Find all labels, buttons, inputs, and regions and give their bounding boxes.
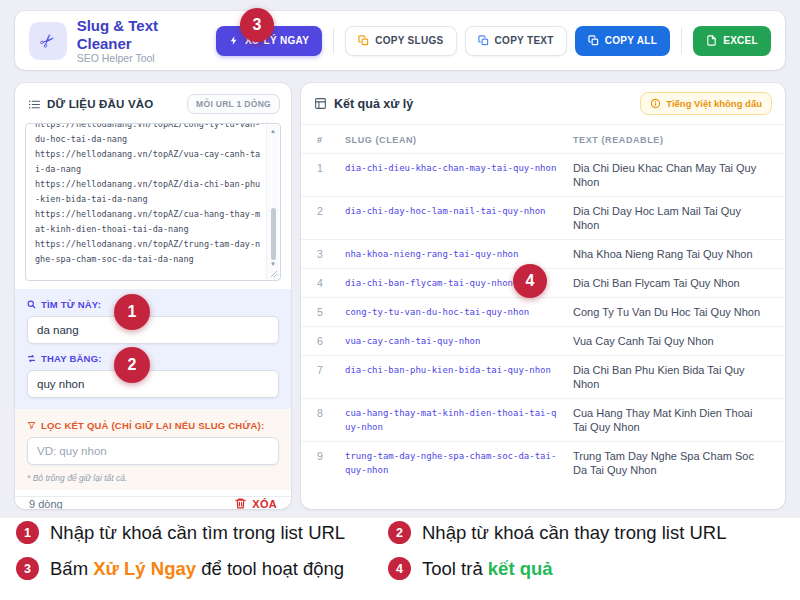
results-title-row: Kết quả xử lý: [314, 97, 413, 111]
row-count: 9 dòng: [29, 498, 63, 510]
row-slug: dia-chi-ban-phu-kien-bida-tai-quy-nhon: [345, 363, 559, 377]
filter-note: * Bỏ trống để giữ lại tất cả.: [27, 473, 279, 483]
table-row: 2dia-chi-day-hoc-lam-nail-tai-quy-nhonDi…: [301, 196, 785, 239]
header-actions: XỬ LÝ NGAY COPY SLUGS COPY TEXT COPY ALL…: [216, 26, 771, 56]
search-icon: [27, 300, 36, 309]
info-icon: [650, 98, 661, 109]
input-panel-title-row: DỮ LIỆU ĐẦU VÀO: [28, 98, 153, 111]
copy-text-button[interactable]: COPY TEXT: [465, 26, 567, 56]
replace-label: THAY BẰNG:: [41, 353, 102, 364]
column-header-slug: SLUG (CLEAN): [345, 135, 559, 145]
find-label: TÌM TỪ NÀY:: [41, 299, 101, 310]
table-row: 8cua-hang-thay-mat-kinh-dien-thoai-tai-q…: [301, 398, 785, 441]
find-label-row: TÌM TỪ NÀY:: [27, 299, 279, 310]
url-textarea[interactable]: https://hellodanang.vn/topAZ/cong-ty-tu-…: [25, 123, 281, 281]
legend-step-badge: 4: [388, 557, 411, 580]
input-panel-footer: 9 dòng XÓA: [15, 496, 291, 509]
copy-icon: [588, 35, 599, 46]
trash-icon: [234, 497, 247, 509]
row-text: Cua Hang Thay Mat Kinh Dien Thoai Tai Qu…: [573, 406, 769, 434]
copy-all-label: COPY ALL: [605, 35, 657, 46]
scroll-up-icon[interactable]: ▲: [270, 128, 276, 134]
replace-input[interactable]: [27, 370, 279, 398]
legend-step-badge: 1: [16, 521, 39, 544]
legend-highlight: kết quả: [488, 558, 553, 579]
divider: [333, 28, 334, 54]
scrollbar-thumb[interactable]: [271, 208, 276, 260]
table-row: 5cong-ty-tu-van-du-hoc-tai-quy-nhonCong …: [301, 297, 785, 326]
url-line: https://hellodanang.vn/topAZ/dia-chi-ban…: [35, 177, 261, 207]
row-number: 4: [317, 276, 345, 289]
clear-button[interactable]: XÓA: [234, 497, 277, 509]
swap-arrows-icon: [27, 354, 36, 363]
row-text: Dia Chi Ban Phu Kien Bida Tai Quy Nhon: [573, 363, 769, 391]
row-number: 8: [317, 406, 345, 419]
row-number: 5: [317, 305, 345, 318]
legend-text: Nhập từ khoá cần tìm trong list URL: [50, 522, 345, 544]
row-slug: dia-chi-dieu-khac-chan-may-tai-quy-nhon: [345, 161, 559, 175]
app-subtitle: SEO Helper Tool: [77, 52, 216, 64]
filter-funnel-icon: [27, 421, 36, 430]
table-row: 7dia-chi-ban-phu-kien-bida-tai-quy-nhonD…: [301, 355, 785, 398]
row-slug: trung-tam-day-nghe-spa-cham-soc-da-tai-q…: [345, 449, 559, 477]
step-badge-1: 1: [114, 294, 150, 330]
column-header-num: #: [317, 135, 345, 145]
clear-button-label: XÓA: [252, 498, 277, 510]
row-text: Nha Khoa Nieng Rang Tai Quy Nhon: [573, 247, 769, 261]
row-text: Vua Cay Canh Tai Quy Nhon: [573, 334, 769, 348]
row-number: 9: [317, 449, 345, 462]
row-number: 7: [317, 363, 345, 376]
legend-step-badge: 2: [388, 521, 411, 544]
row-number: 6: [317, 334, 345, 347]
lightning-icon: [229, 35, 239, 46]
filter-input[interactable]: [27, 437, 279, 465]
row-text: Trung Tam Day Nghe Spa Cham Soc Da Tai Q…: [573, 449, 769, 477]
brand-text: Slug & Text Cleaner SEO Helper Tool: [77, 17, 216, 64]
input-panel-title: DỮ LIỆU ĐẦU VÀO: [47, 98, 153, 110]
input-panel: DỮ LIỆU ĐẦU VÀO MỖI URL 1 DÒNG https://h…: [15, 83, 291, 509]
url-line: https://hellodanang.vn/topAZ/vua-cay-can…: [35, 147, 261, 177]
app-brand: ✂ Slug & Text Cleaner SEO Helper Tool: [29, 17, 216, 64]
table-row: 1dia-chi-dieu-khac-chan-may-tai-quy-nhon…: [301, 153, 785, 196]
excel-label: EXCEL: [723, 35, 758, 46]
legend: 1Nhập từ khoá cần tìm trong list URL2Nhậ…: [16, 521, 792, 580]
copy-slugs-button[interactable]: COPY SLUGS: [345, 26, 456, 56]
results-title: Kết quả xử lý: [334, 97, 413, 111]
filter-label-row: LỌC KẾT QUẢ (CHỈ GIỮ LẠI NẾU SLUG CHỨA):: [27, 420, 279, 431]
excel-button[interactable]: EXCEL: [693, 26, 771, 56]
results-panel: Kết quả xử lý Tiếng Việt không dấu # SLU…: [301, 83, 785, 509]
legend-text: Tool trả kết quả: [422, 558, 553, 580]
find-input[interactable]: [27, 316, 279, 344]
results-table-header: # SLUG (CLEAN) TEXT (READABLE): [301, 125, 785, 153]
row-text: Dia Chi Day Hoc Lam Nail Tai Quy Nhon: [573, 204, 769, 232]
row-slug: dia-chi-day-hoc-lam-nail-tai-quy-nhon: [345, 204, 559, 218]
scroll-down-icon[interactable]: ▼: [270, 261, 276, 267]
table-row: 6vua-cay-canh-tai-quy-nhonVua Cay Canh T…: [301, 326, 785, 355]
column-header-text: TEXT (READABLE): [573, 135, 769, 145]
results-table-body: 1dia-chi-dieu-khac-chan-may-tai-quy-nhon…: [301, 153, 785, 484]
url-textarea-content: https://hellodanang.vn/topAZ/cong-ty-tu-…: [26, 123, 266, 280]
legend-step-badge: 3: [16, 557, 39, 580]
resize-grip-icon[interactable]: [270, 270, 278, 278]
replace-label-row: THAY BẰNG:: [27, 353, 279, 364]
legend-item: 4Tool trả kết quả: [388, 557, 792, 580]
legend-item: 1Nhập từ khoá cần tìm trong list URL: [16, 521, 388, 544]
table-row: 9trung-tam-day-nghe-spa-cham-soc-da-tai-…: [301, 441, 785, 484]
legend-item: 3Bấm Xử Lý Ngay để tool hoạt động: [16, 557, 388, 580]
copy-icon: [478, 35, 489, 46]
row-text: Cong Ty Tu Van Du Hoc Tai Quy Nhon: [573, 305, 769, 319]
app-title: Slug & Text Cleaner: [77, 17, 216, 52]
filter-section: LỌC KẾT QUẢ (CHỈ GIỮ LẠI NẾU SLUG CHỨA):…: [15, 409, 291, 490]
one-url-per-line-badge: MỖI URL 1 DÒNG: [187, 94, 280, 114]
copy-all-button[interactable]: COPY ALL: [575, 26, 670, 56]
row-slug: nha-khoa-nieng-rang-tai-quy-nhon: [345, 247, 559, 261]
url-line: https://hellodanang.vn/topAZ/cua-hang-th…: [35, 207, 261, 237]
url-line: https://hellodanang.vn/topAZ/trung-tam-d…: [35, 237, 261, 267]
table-icon: [314, 97, 327, 110]
input-panel-header: DỮ LIỆU ĐẦU VÀO MỖI URL 1 DÒNG: [15, 83, 291, 123]
row-number: 3: [317, 247, 345, 260]
legend-text: Nhập từ khoá cần thay trong list URL: [422, 522, 726, 544]
row-text: Dia Chi Ban Flycam Tai Quy Nhon: [573, 276, 769, 290]
step-badge-3: 3: [240, 8, 274, 42]
legend-text: Bấm Xử Lý Ngay để tool hoạt động: [50, 558, 344, 580]
